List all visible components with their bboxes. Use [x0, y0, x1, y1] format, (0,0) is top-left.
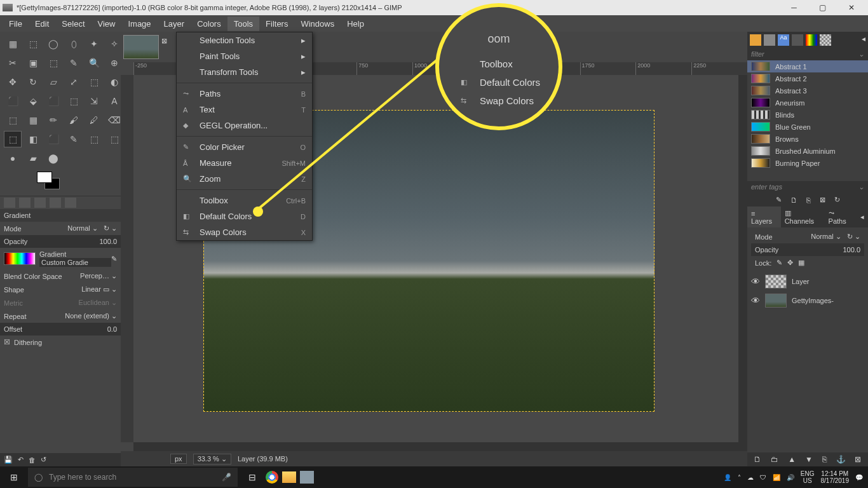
- refresh-grad-icon[interactable]: ↻: [834, 196, 840, 204]
- offset-value[interactable]: 0.0: [107, 325, 117, 333]
- tray-up-icon[interactable]: ˄: [738, 474, 741, 481]
- lower-layer-icon[interactable]: ▼: [805, 455, 813, 464]
- opacity-value[interactable]: 100.0: [99, 238, 117, 245]
- dup-layer-icon[interactable]: ⎘: [822, 455, 827, 464]
- people-icon[interactable]: 👤: [724, 474, 731, 481]
- layer-name[interactable]: Layer: [792, 278, 810, 285]
- tool-18[interactable]: ⬛: [4, 93, 22, 109]
- tool-13[interactable]: ↻: [24, 74, 42, 90]
- gradient-blinds[interactable]: Blinds: [747, 109, 868, 121]
- del-grad-icon[interactable]: ⊠: [820, 196, 825, 204]
- tool-1[interactable]: ⬚: [24, 36, 42, 52]
- gradient-abstract-2[interactable]: Abstract 2: [747, 72, 868, 85]
- unit-select[interactable]: px: [170, 454, 187, 464]
- layer-name[interactable]: GettyImages-: [792, 297, 834, 304]
- tab-paths[interactable]: ⤳ Paths: [825, 207, 857, 227]
- scrollbar-vertical[interactable]: [738, 75, 747, 442]
- tool-15[interactable]: ⤢: [65, 74, 83, 90]
- dithering-checkbox[interactable]: ☒: [4, 338, 10, 346]
- layer-mode-select[interactable]: Normal: [811, 233, 833, 240]
- delete-preset-icon[interactable]: 🗑: [29, 456, 36, 464]
- layer-opacity-value[interactable]: 100.0: [843, 246, 860, 254]
- tray-cloud-icon[interactable]: ☁: [747, 474, 754, 481]
- tool-2[interactable]: ◯: [44, 36, 62, 52]
- tool-8[interactable]: ⬚: [44, 55, 62, 71]
- fg-color-swatch[interactable]: [37, 172, 52, 183]
- minimize-button[interactable]: ─: [780, 1, 808, 15]
- gradient-preview[interactable]: [4, 252, 36, 265]
- menu-tools[interactable]: Tools: [227, 17, 259, 31]
- shape-select[interactable]: Linear: [81, 285, 101, 293]
- gradient-list[interactable]: Abstract 1Abstract 2Abstract 3AneurismBl…: [747, 60, 868, 181]
- tools-menu-selection-tools[interactable]: Selection Tools▸: [177, 32, 312, 48]
- dup-grad-icon[interactable]: ⎘: [806, 196, 811, 204]
- edit-grad-icon[interactable]: ✎: [776, 196, 782, 204]
- tray-volume-icon[interactable]: 🔊: [787, 474, 794, 481]
- delete-layer-icon[interactable]: ⊠: [855, 455, 861, 464]
- tool-33[interactable]: ✎: [65, 131, 83, 147]
- tab-channels[interactable]: ▥ Channels: [781, 207, 825, 227]
- save-preset-icon[interactable]: 💾: [4, 456, 13, 464]
- fg-bg-colors[interactable]: [0, 170, 121, 196]
- scrollbar-horizontal[interactable]: [133, 442, 747, 451]
- tool-28[interactable]: 🖊: [85, 112, 103, 128]
- anchor-layer-icon[interactable]: ⚓: [836, 455, 846, 464]
- gradient-burning-paper[interactable]: Burning Paper: [747, 157, 868, 169]
- tray-defender-icon[interactable]: 🛡: [760, 474, 766, 481]
- mic-icon[interactable]: 🎤: [222, 473, 231, 482]
- tray-notifications-icon[interactable]: 💬: [855, 474, 863, 481]
- tray-lang1[interactable]: ENG: [801, 470, 815, 477]
- image-tab[interactable]: ⊠: [123, 35, 159, 59]
- new-grad-icon[interactable]: 🗋: [790, 196, 797, 204]
- menu-help[interactable]: Help: [341, 17, 370, 31]
- mode-select[interactable]: Normal: [67, 224, 90, 232]
- close-button[interactable]: ✕: [837, 1, 865, 15]
- tool-24[interactable]: ⬚: [4, 112, 22, 128]
- menu-image[interactable]: Image: [121, 17, 157, 31]
- tool-16[interactable]: ⬚: [85, 74, 103, 90]
- gradient-blue-green[interactable]: Blue Green: [747, 121, 868, 133]
- tool-19[interactable]: ⬙: [24, 93, 42, 109]
- tool-32[interactable]: ⬛: [44, 131, 62, 147]
- tray-wifi-icon[interactable]: 📶: [773, 474, 780, 481]
- filter-input[interactable]: filter: [751, 50, 764, 58]
- tags-input[interactable]: enter tags: [751, 183, 782, 191]
- panel-menu-icon[interactable]: ◂: [862, 34, 865, 46]
- menu-file[interactable]: File: [3, 17, 29, 31]
- layer-gettyimages-[interactable]: 👁 GettyImages-: [747, 291, 868, 310]
- visibility-icon[interactable]: 👁: [751, 276, 760, 287]
- tool-0[interactable]: ▦: [4, 36, 22, 52]
- edit-gradient-icon[interactable]: ✎: [111, 255, 117, 263]
- tool-36[interactable]: ●: [4, 150, 22, 166]
- gradient-preset[interactable]: Custom Gradie: [39, 258, 111, 267]
- task-view-icon[interactable]: ⊟: [243, 468, 262, 486]
- tools-menu-swap-colors[interactable]: ⇆Swap ColorsX: [177, 224, 312, 240]
- menu-colors[interactable]: Colors: [191, 17, 227, 31]
- tab-layers[interactable]: ≡ Layers: [747, 207, 781, 227]
- tool-25[interactable]: ▦: [24, 112, 42, 128]
- menu-edit[interactable]: Edit: [29, 17, 55, 31]
- tool-10[interactable]: 🔍: [85, 55, 103, 71]
- tray-lang2[interactable]: US: [801, 477, 815, 484]
- close-tab-icon[interactable]: ⊠: [161, 37, 167, 45]
- tool-26[interactable]: ✏: [44, 112, 62, 128]
- repeat-select[interactable]: None (extend): [65, 312, 109, 320]
- reset-icon[interactable]: ↺: [41, 456, 46, 464]
- lock-position-icon[interactable]: ✥: [787, 259, 793, 267]
- layer-group-icon[interactable]: 🗀: [771, 455, 778, 464]
- blend-select[interactable]: Percep…: [80, 272, 109, 280]
- brush-tabs[interactable]: Aa ◂: [747, 32, 868, 48]
- tool-31[interactable]: ◧: [24, 131, 42, 147]
- tool-7[interactable]: ▣: [24, 55, 42, 71]
- tool-6[interactable]: ✂: [4, 55, 22, 71]
- restore-preset-icon[interactable]: ↶: [18, 456, 24, 464]
- explorer-icon[interactable]: [282, 471, 296, 483]
- visibility-icon[interactable]: 👁: [751, 295, 760, 306]
- tray-time[interactable]: 12:14 PM: [821, 470, 850, 477]
- tool-34[interactable]: ⬚: [85, 131, 103, 147]
- lock-pixel-icon[interactable]: ✎: [776, 259, 782, 267]
- tool-38[interactable]: ⬤: [44, 150, 62, 166]
- menu-select[interactable]: Select: [55, 17, 91, 31]
- tool-4[interactable]: ✦: [85, 36, 103, 52]
- menu-windows[interactable]: Windows: [294, 17, 341, 31]
